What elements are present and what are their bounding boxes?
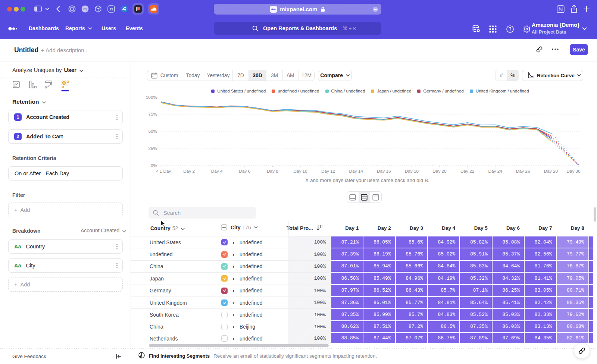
svg-text:Day 12: Day 12	[321, 169, 335, 174]
svg-text:100%: 100%	[146, 95, 157, 100]
svg-text:Day 2: Day 2	[183, 169, 195, 174]
svg-text:25%: 25%	[148, 146, 157, 151]
svg-text:Day 4: Day 4	[211, 169, 223, 174]
svg-text:Day 6: Day 6	[239, 169, 250, 174]
svg-text:0%: 0%	[151, 163, 157, 168]
svg-text:Day 10: Day 10	[293, 169, 307, 174]
svg-text:Day 22: Day 22	[460, 169, 474, 174]
svg-text:Day 16: Day 16	[377, 169, 391, 174]
svg-text:Day 14: Day 14	[349, 169, 363, 174]
svg-text:Day 26: Day 26	[516, 169, 530, 174]
svg-text:50%: 50%	[148, 129, 157, 134]
svg-text:Day 8: Day 8	[267, 169, 278, 174]
svg-text:Day 28: Day 28	[544, 169, 558, 174]
svg-text:Day 24: Day 24	[488, 169, 503, 174]
svg-text:< 1 Day: < 1 Day	[156, 169, 171, 174]
svg-text:Day 18: Day 18	[405, 169, 419, 174]
svg-text:75%: 75%	[148, 112, 157, 117]
svg-text:Day 30: Day 30	[566, 169, 581, 174]
svg-text:Day 20: Day 20	[432, 169, 447, 174]
